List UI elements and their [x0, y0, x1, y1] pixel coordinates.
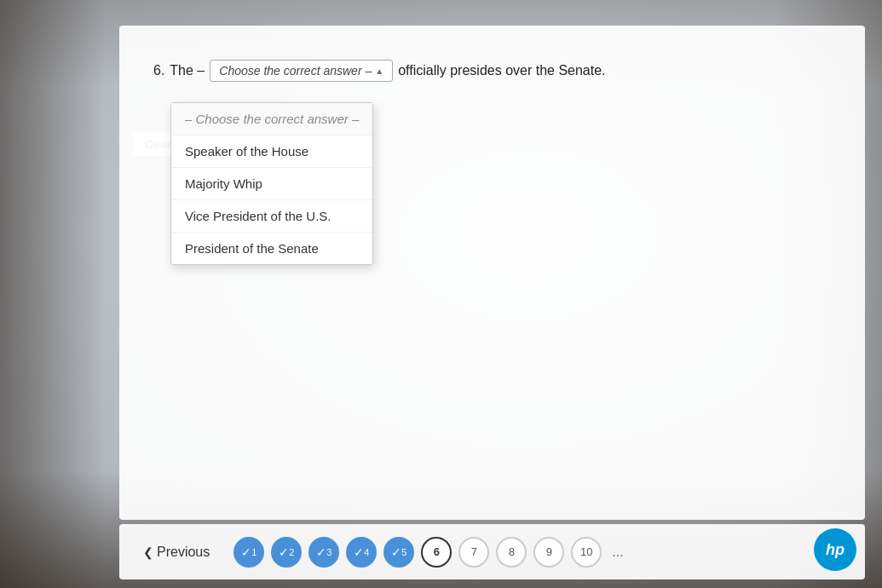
dropdown-placeholder[interactable]: – Choose the correct answer –	[171, 103, 372, 135]
dropdown-option-1[interactable]: Speaker of the House	[171, 135, 372, 168]
question-row: 6. The – Choose the correct answer – ▲ o…	[153, 60, 831, 82]
chevron-left-icon: ❮	[143, 545, 153, 559]
page-dot-1[interactable]: ✓ 1	[233, 537, 264, 568]
dropdown-option-2[interactable]: Majority Whip	[171, 168, 372, 200]
question-prefix: The –	[170, 63, 205, 78]
page-dot-9[interactable]: 9	[533, 537, 564, 568]
page-number-8: 8	[509, 545, 515, 558]
hp-logo: hp	[814, 528, 856, 571]
dropdown-arrow-icon: ▲	[375, 66, 383, 76]
page-dot-2[interactable]: ✓ 2	[271, 537, 302, 568]
page-dot-10[interactable]: 10	[571, 537, 602, 568]
page-dot-8[interactable]: 8	[496, 537, 527, 568]
page-number-10: 10	[580, 545, 592, 558]
previous-button[interactable]: ❮ Previous	[136, 541, 216, 563]
check-icon-2: ✓	[279, 545, 289, 559]
check-icon-1: ✓	[241, 545, 251, 559]
navigation-bar: ❮ Previous ✓ 1 ✓ 2 ✓ 3 ✓ 4 ✓ 5 6	[119, 524, 865, 579]
page-dot-4[interactable]: ✓ 4	[346, 537, 377, 568]
content-area: 6. The – Choose the correct answer – ▲ o…	[119, 26, 865, 520]
question-number: 6.	[153, 63, 164, 78]
page-dot-5[interactable]: ✓ 5	[383, 537, 414, 568]
answer-dropdown-trigger[interactable]: Choose the correct answer – ▲	[210, 60, 393, 82]
page-number-9: 9	[546, 545, 552, 558]
page-dot-7[interactable]: 7	[458, 537, 489, 568]
previous-label: Previous	[157, 545, 210, 560]
check-icon-4: ✓	[354, 545, 364, 559]
page-dots: ✓ 1 ✓ 2 ✓ 3 ✓ 4 ✓ 5 6 7	[233, 537, 623, 568]
page-number-6: 6	[434, 545, 440, 558]
ellipsis: ...	[612, 545, 623, 560]
dropdown-option-4[interactable]: President of the Senate	[171, 233, 372, 264]
check-icon-5: ✓	[391, 545, 401, 559]
dropdown-label: Choose the correct answer –	[219, 64, 372, 78]
dropdown-menu: – Choose the correct answer – Speaker of…	[170, 102, 373, 265]
question-suffix: officially presides over the Senate.	[398, 63, 605, 78]
dropdown-option-3[interactable]: Vice President of the U.S.	[171, 200, 372, 233]
check-icon-3: ✓	[316, 545, 326, 559]
page-number-7: 7	[471, 545, 477, 558]
page-dot-6[interactable]: 6	[421, 537, 452, 568]
page-dot-3[interactable]: ✓ 3	[308, 537, 339, 568]
